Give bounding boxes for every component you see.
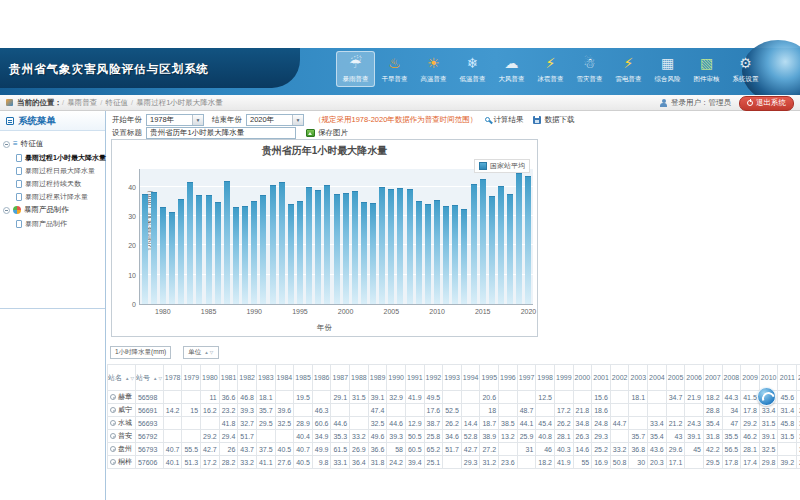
station-radio[interactable]: [110, 433, 116, 439]
year-header-1989[interactable]: 1989: [368, 365, 387, 391]
value-type-filter[interactable]: 1小时降水量(mm): [110, 346, 171, 359]
sidebar-group[interactable]: 暴雨产品制作: [3, 203, 102, 217]
year-value-cell: 28.8: [703, 404, 722, 417]
bar-1995: [297, 201, 303, 304]
station-name-header[interactable]: 站名▲▽: [108, 365, 136, 391]
year-header-2009[interactable]: 2009: [741, 365, 760, 391]
toolbar-item-rain[interactable]: ☔暴雨普查: [336, 51, 375, 87]
year-header-1980[interactable]: 1980: [201, 365, 220, 391]
x-tick-label: 2005: [376, 308, 406, 315]
year-value-cell: [443, 456, 462, 469]
year-header-1982[interactable]: 1982: [238, 365, 257, 391]
chevron-down-icon[interactable]: ▼: [292, 115, 303, 125]
year-header-1990[interactable]: 1990: [387, 365, 406, 391]
year-header-1983[interactable]: 1983: [256, 365, 275, 391]
sort-filter-label: 单位: [188, 348, 201, 357]
toolbar-item-drought[interactable]: ♨干旱普查: [375, 51, 414, 87]
sidebar-group[interactable]: ≡特征值: [3, 137, 102, 151]
year-header-2000[interactable]: 2000: [573, 365, 592, 391]
calc-result-button[interactable]: 计算结果: [485, 115, 523, 125]
toolbar-item-lightning[interactable]: ⚡雷电普查: [609, 51, 648, 87]
year-header-1988[interactable]: 1988: [350, 365, 369, 391]
toolbar-item-cold[interactable]: ❄低温普查: [453, 51, 492, 87]
toolbar-item-snow[interactable]: ☃雪灾普查: [570, 51, 609, 87]
year-header-1979[interactable]: 1979: [182, 365, 201, 391]
year-header-2005[interactable]: 2005: [666, 365, 685, 391]
year-value-cell: 51.3: [182, 456, 201, 469]
year-header-1985[interactable]: 1985: [294, 365, 313, 391]
toolbar-item-label: 高温普查: [416, 74, 450, 83]
station-radio[interactable]: [110, 459, 116, 465]
breadcrumb-item[interactable]: 特征值: [105, 98, 128, 107]
sidebar-title: 系统菜单: [18, 111, 56, 131]
save-image-label: 保存图片: [318, 128, 348, 138]
toolbar-item-wind[interactable]: ☁大风普查: [492, 51, 531, 87]
toolbar-item-composite[interactable]: ▦综合风险: [648, 51, 687, 87]
station-id-header[interactable]: 站号▲▽: [135, 365, 163, 391]
sidebar-item[interactable]: 暴雨产品制作: [3, 217, 102, 230]
toolbar-item-settings[interactable]: ⚙系统设置: [726, 51, 765, 87]
chevron-down-icon[interactable]: ▼: [192, 115, 203, 125]
floating-assistant-icon[interactable]: [757, 387, 776, 406]
year-value-cell: 12.5: [536, 391, 555, 404]
sidebar-item[interactable]: 暴雨过程日最大降水量: [3, 164, 102, 177]
year-header-2003[interactable]: 2003: [629, 365, 648, 391]
save-image-button[interactable]: 保存图片: [306, 128, 348, 138]
data-download-button[interactable]: 数据下载: [533, 115, 574, 125]
year-value-cell: 43.7: [238, 443, 257, 456]
year-header-1997[interactable]: 1997: [517, 365, 536, 391]
end-year-select[interactable]: 2020年 ▼: [246, 114, 304, 126]
bar-1997: [315, 190, 321, 304]
year-header-1991[interactable]: 1991: [405, 365, 424, 391]
year-header-1994[interactable]: 1994: [461, 365, 480, 391]
sidebar-item[interactable]: 暴雨过程累计降水量: [3, 190, 102, 203]
sidebar-item[interactable]: 暴雨过程1小时最大降水量: [3, 151, 102, 164]
year-header-1981[interactable]: 1981: [219, 365, 238, 391]
year-header-2001[interactable]: 2001: [592, 365, 611, 391]
year-header-1995[interactable]: 1995: [480, 365, 499, 391]
station-radio[interactable]: [110, 420, 116, 426]
year-value-cell: 49.6: [368, 430, 387, 443]
bar-2017: [498, 186, 504, 304]
sort-filter[interactable]: 单位 ▲▽: [183, 346, 219, 359]
year-header-2012[interactable]: 2012: [797, 365, 800, 391]
year-value-cell: 33.2: [350, 430, 369, 443]
year-header-2002[interactable]: 2002: [610, 365, 629, 391]
year-header-1978[interactable]: 1978: [163, 365, 182, 391]
year-header-1996[interactable]: 1996: [499, 365, 518, 391]
toolbar-item-map-review[interactable]: ▧图件审核: [687, 51, 726, 87]
bar-2010: [434, 200, 440, 304]
breadcrumb-item[interactable]: 暴雨过程1小时最大降水量: [136, 98, 223, 107]
year-header-2011[interactable]: 2011: [778, 365, 797, 391]
year-header-2007[interactable]: 2007: [703, 365, 722, 391]
station-radio[interactable]: [110, 394, 116, 400]
year-header-1987[interactable]: 1987: [331, 365, 350, 391]
bar-2005: [388, 189, 394, 304]
year-value-cell: 21.2: [666, 417, 685, 430]
collapse-toggle-icon[interactable]: [3, 141, 10, 148]
year-header-1999[interactable]: 1999: [554, 365, 573, 391]
collapse-toggle-icon[interactable]: [3, 207, 10, 214]
year-header-1986[interactable]: 1986: [312, 365, 331, 391]
station-radio[interactable]: [110, 446, 116, 452]
start-year-select[interactable]: 1978年 ▼: [146, 114, 204, 126]
year-header-1998[interactable]: 1998: [536, 365, 555, 391]
year-value-cell: 29.5: [703, 456, 722, 469]
station-name-cell: 水城: [108, 417, 136, 430]
toolbar-item-heat[interactable]: ☀高温普查: [414, 51, 453, 87]
sidebar-item[interactable]: 暴雨过程持续天数: [3, 177, 102, 190]
year-header-1984[interactable]: 1984: [275, 365, 294, 391]
chart-title-input[interactable]: [146, 127, 296, 139]
year-value-cell: 7.8: [797, 391, 800, 404]
logout-button[interactable]: 退出系统: [739, 96, 794, 111]
toolbar-item-hail[interactable]: ⚡冰雹普查: [531, 51, 570, 87]
user-box: 登录用户：管理员 退出系统: [660, 95, 794, 111]
breadcrumb-item[interactable]: 暴雨普查: [67, 98, 97, 107]
year-header-2008[interactable]: 2008: [722, 365, 741, 391]
year-header-2006[interactable]: 2006: [685, 365, 704, 391]
year-value-cell: 51.7: [443, 443, 462, 456]
station-radio[interactable]: [110, 407, 116, 413]
year-header-1992[interactable]: 1992: [424, 365, 443, 391]
year-header-1993[interactable]: 1993: [443, 365, 462, 391]
year-header-2004[interactable]: 2004: [648, 365, 667, 391]
